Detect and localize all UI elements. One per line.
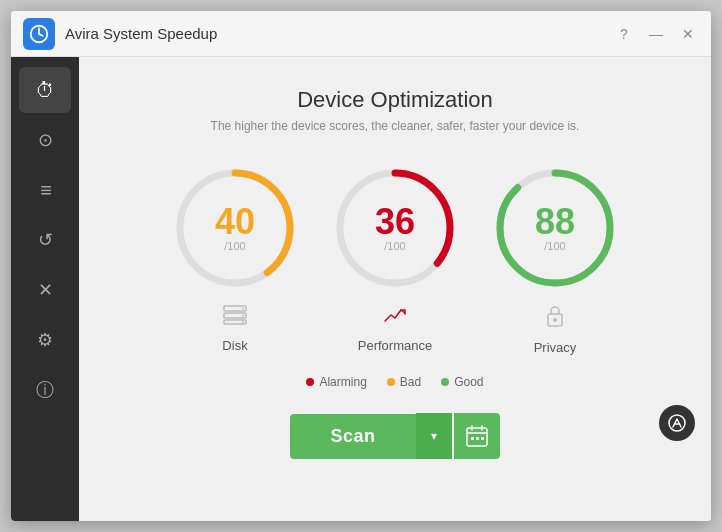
help-button[interactable]: ? xyxy=(613,23,635,45)
titlebar: Avira System Speedup ? — ✕ xyxy=(11,11,711,57)
app-icon xyxy=(23,18,55,50)
performance-gauge-circle: 36 /100 xyxy=(330,163,460,293)
window-title: Avira System Speedup xyxy=(65,25,613,42)
disk-label: Disk xyxy=(222,338,247,353)
gauges-row: 40 /100 Disk xyxy=(170,163,620,355)
svg-point-19 xyxy=(669,415,685,431)
page-subtitle: The higher the device scores, the cleane… xyxy=(211,119,580,133)
app-window: Avira System Speedup ? — ✕ ⏱ ⊙ ≡ ↺ ✕ xyxy=(11,11,711,521)
minimize-button[interactable]: — xyxy=(645,23,667,45)
sidebar-item-clock[interactable]: ⊙ xyxy=(19,117,71,163)
legend-good: Good xyxy=(441,375,483,389)
scan-button[interactable]: Scan xyxy=(290,414,415,459)
alarming-dot xyxy=(306,378,314,386)
svg-point-14 xyxy=(553,318,557,322)
sidebar-item-dashboard[interactable]: ⏱ xyxy=(19,67,71,113)
scan-area: Scan ▾ xyxy=(290,413,499,459)
gear-icon: ⚙ xyxy=(37,329,53,351)
avira-badge[interactable] xyxy=(659,405,695,441)
legend-alarming: Alarming xyxy=(306,375,366,389)
privacy-label: Privacy xyxy=(534,340,577,355)
privacy-gauge: 88 /100 Privacy xyxy=(490,163,620,355)
good-label: Good xyxy=(454,375,483,389)
privacy-gauge-center: 88 /100 xyxy=(535,204,575,252)
privacy-icon xyxy=(545,305,565,332)
chevron-down-icon: ▾ xyxy=(431,429,437,443)
scan-dropdown-button[interactable]: ▾ xyxy=(416,413,452,459)
svg-point-7 xyxy=(242,315,244,317)
info-icon: ⓘ xyxy=(36,378,54,402)
legend: Alarming Bad Good xyxy=(306,375,483,389)
sidebar: ⏱ ⊙ ≡ ↺ ✕ ⚙ ⓘ xyxy=(11,57,79,521)
disk-gauge: 40 /100 Disk xyxy=(170,163,300,353)
performance-denom: /100 xyxy=(384,240,405,252)
clock-icon: ⊙ xyxy=(38,129,53,151)
good-dot xyxy=(441,378,449,386)
window-controls: ? — ✕ xyxy=(613,23,699,45)
disk-gauge-circle: 40 /100 xyxy=(170,163,300,293)
performance-gauge: 36 /100 Performance xyxy=(330,163,460,353)
disk-denom: /100 xyxy=(224,240,245,252)
sidebar-item-layers[interactable]: ≡ xyxy=(19,167,71,213)
speedometer-icon: ⏱ xyxy=(35,79,55,102)
avira-logo-icon xyxy=(667,413,687,433)
tools-icon: ✕ xyxy=(38,279,53,301)
disk-score: 40 xyxy=(215,204,255,240)
disk-gauge-center: 40 /100 xyxy=(215,204,255,252)
performance-icon xyxy=(383,305,407,330)
close-button[interactable]: ✕ xyxy=(677,23,699,45)
main-layout: ⏱ ⊙ ≡ ↺ ✕ ⚙ ⓘ Device Optimization xyxy=(11,57,711,521)
disk-icon xyxy=(223,305,247,330)
privacy-score: 88 xyxy=(535,204,575,240)
privacy-denom: /100 xyxy=(544,240,565,252)
legend-bad: Bad xyxy=(387,375,421,389)
calendar-icon xyxy=(466,425,488,447)
svg-rect-17 xyxy=(476,437,479,440)
alarming-label: Alarming xyxy=(319,375,366,389)
sidebar-item-settings[interactable]: ⚙ xyxy=(19,317,71,363)
scan-calendar-button[interactable] xyxy=(454,413,500,459)
bad-label: Bad xyxy=(400,375,421,389)
performance-label: Performance xyxy=(358,338,432,353)
svg-rect-16 xyxy=(471,437,474,440)
svg-rect-18 xyxy=(481,437,484,440)
sidebar-item-info[interactable]: ⓘ xyxy=(19,367,71,413)
sidebar-item-tools[interactable]: ✕ xyxy=(19,267,71,313)
layers-icon: ≡ xyxy=(40,179,50,202)
performance-score: 36 xyxy=(375,204,415,240)
svg-point-8 xyxy=(242,321,244,323)
svg-point-6 xyxy=(242,308,244,310)
content-area: Device Optimization The higher the devic… xyxy=(79,57,711,521)
sidebar-item-startup[interactable]: ↺ xyxy=(19,217,71,263)
page-title: Device Optimization xyxy=(297,87,493,113)
startup-icon: ↺ xyxy=(38,229,53,251)
privacy-gauge-circle: 88 /100 xyxy=(490,163,620,293)
bad-dot xyxy=(387,378,395,386)
performance-gauge-center: 36 /100 xyxy=(375,204,415,252)
